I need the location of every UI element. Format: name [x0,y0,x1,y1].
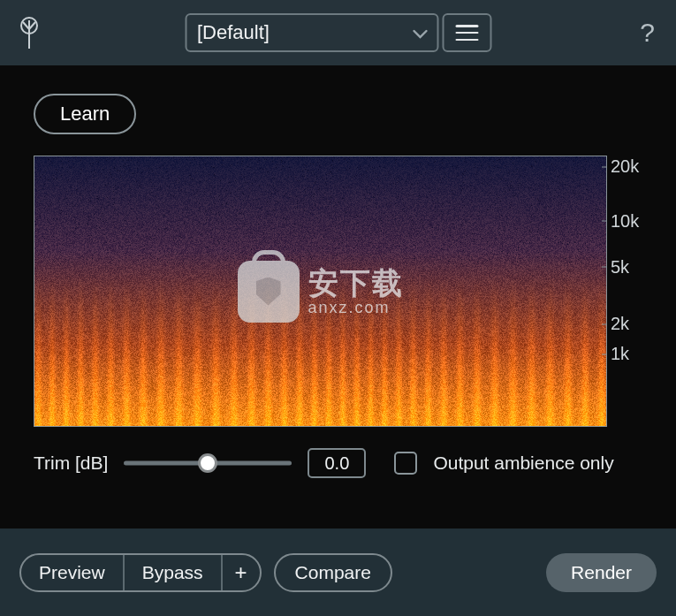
freq-tick: 1k [611,344,629,364]
footer-bar: Preview Bypass + Compare Render [0,529,676,616]
preset-group: [Default] [185,13,491,52]
freq-tick: 10k [611,210,639,231]
spectrogram-area: 安下载 anxz.com 20k10k5k2k1k [34,156,649,427]
output-ambience-label[interactable]: Output ambience only [433,452,613,474]
main-panel: Learn 安下载 anxz.com 20k10k5k2k1k Trim [dB… [0,65,676,529]
chevron-down-icon [412,21,428,44]
help-button[interactable]: ? [634,18,660,48]
spectrogram-canvas [34,156,607,427]
render-button[interactable]: Render [546,553,657,592]
trim-label: Trim [dB] [34,452,108,474]
preview-button[interactable]: Preview [21,555,123,590]
output-ambience-checkbox[interactable] [394,452,417,475]
hamburger-icon [455,25,478,41]
frequency-axis: 20k10k5k2k1k [607,156,649,427]
freq-tick: 20k [611,156,639,177]
bypass-button[interactable]: Bypass [123,555,221,590]
trim-value-field[interactable]: 0.0 [308,448,366,478]
app-logo-icon [16,17,42,49]
svg-line-3 [29,22,35,29]
freq-tick: 5k [611,256,629,277]
preset-dropdown[interactable]: [Default] [185,13,438,52]
freq-tick: 2k [611,314,629,334]
compare-button[interactable]: Compare [274,553,392,592]
add-button[interactable]: + [221,555,260,590]
svg-line-2 [23,22,29,29]
preset-menu-button[interactable] [442,13,491,52]
controls-row: Trim [dB] 0.0 Output ambience only [34,448,649,478]
transport-group: Preview Bypass + [19,553,262,592]
preset-label: [Default] [197,21,270,44]
trim-slider[interactable] [124,452,292,474]
header-bar: [Default] ? [0,0,676,65]
learn-button[interactable]: Learn [34,94,136,134]
